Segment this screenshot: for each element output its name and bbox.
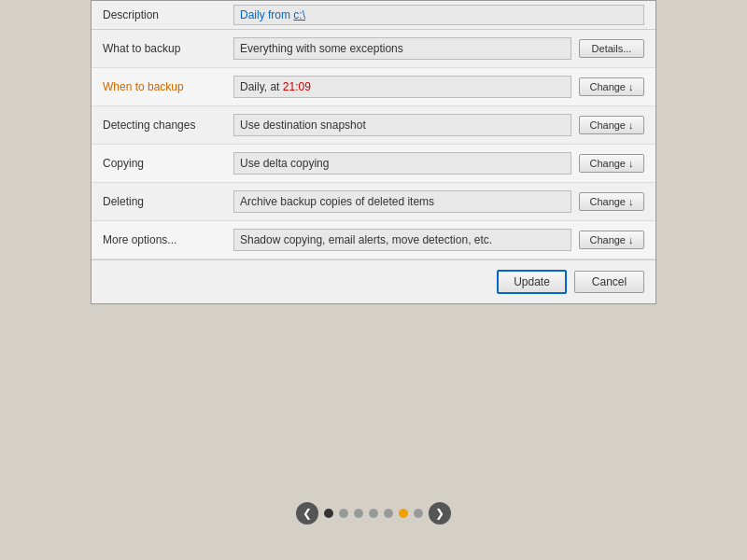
what-to-backup-value: Everything with some exceptions	[233, 37, 571, 60]
main-panel: Description Daily from c:\ What to backu…	[91, 0, 656, 304]
when-to-backup-value: Daily, at 21:09	[233, 76, 571, 98]
page-dot-2[interactable]	[339, 509, 348, 518]
when-to-backup-change-button[interactable]: Change ↓	[579, 77, 644, 96]
next-page-button[interactable]: ❯	[429, 502, 451, 525]
detecting-changes-label: Detecting changes	[103, 119, 233, 132]
detecting-changes-change-button[interactable]: Change ↓	[579, 116, 644, 134]
row-detecting-changes: Detecting changes Use destination snapsh…	[92, 106, 655, 145]
more-options-value: Shadow copying, email alerts, move detec…	[233, 229, 571, 251]
more-options-change-button[interactable]: Change ↓	[579, 231, 644, 249]
page-dot-3[interactable]	[354, 509, 363, 518]
detecting-changes-value: Use destination snapshot	[233, 114, 571, 136]
page-dot-5[interactable]	[384, 509, 393, 518]
table-section: What to backup Everything with some exce…	[92, 30, 655, 259]
time-value: 21:09	[283, 80, 311, 93]
page-dot-4[interactable]	[369, 509, 378, 518]
what-to-backup-label: What to backup	[103, 42, 233, 55]
cancel-button[interactable]: Cancel	[574, 271, 644, 293]
description-row: Description Daily from c:\	[92, 1, 655, 30]
row-more-options: More options... Shadow copying, email al…	[92, 221, 655, 259]
deleting-label: Deleting	[103, 195, 233, 208]
copying-value: Use delta copying	[233, 152, 571, 175]
footer-row: Update Cancel	[92, 259, 655, 303]
page-dot-1[interactable]	[324, 509, 333, 518]
prev-page-button[interactable]: ❮	[296, 502, 318, 525]
details-button[interactable]: Details...	[579, 39, 644, 58]
update-button[interactable]: Update	[497, 270, 567, 294]
deleting-change-button[interactable]: Change ↓	[579, 192, 644, 211]
pagination: ❮ ❯	[0, 502, 747, 525]
row-when-to-backup: When to backup Daily, at 21:09 Change ↓	[92, 68, 655, 106]
more-options-label: More options...	[103, 233, 233, 246]
description-link[interactable]: c:\	[293, 8, 305, 21]
copying-label: Copying	[103, 157, 233, 170]
page-dot-7[interactable]	[414, 509, 423, 518]
description-value: Daily from c:\	[233, 5, 644, 25]
page-dot-6[interactable]	[399, 509, 408, 518]
when-to-backup-label: When to backup	[103, 80, 233, 93]
description-label: Description	[103, 8, 233, 21]
deleting-value: Archive backup copies of deleted items	[233, 190, 571, 213]
copying-change-button[interactable]: Change ↓	[579, 154, 644, 173]
row-deleting: Deleting Archive backup copies of delete…	[92, 183, 655, 221]
row-what-to-backup: What to backup Everything with some exce…	[92, 30, 655, 68]
row-copying: Copying Use delta copying Change ↓	[92, 145, 655, 183]
